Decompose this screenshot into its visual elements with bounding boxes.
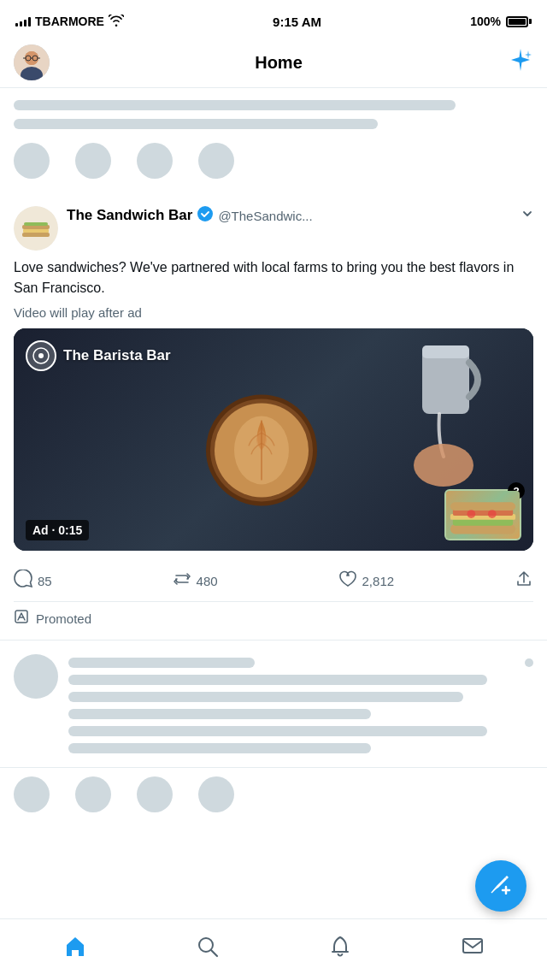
page-title: Home [255, 53, 303, 73]
svg-rect-11 [24, 222, 48, 226]
promoted-label: Promoted [36, 611, 91, 626]
battery-icon [506, 16, 532, 27]
like-icon [338, 570, 357, 593]
notifications-icon [328, 935, 352, 965]
video-bottom-bar: Ad · 0:15 3 [26, 489, 521, 540]
sandwich-thumbnail-art [446, 491, 520, 539]
tweet-name-row: The Sandwich Bar @TheSandwic... [67, 206, 533, 225]
skeleton-circle-3 [137, 143, 173, 179]
skeleton-circles-top [14, 138, 533, 187]
skeleton-bottom-circle-1 [14, 776, 50, 812]
nav-item-notifications[interactable] [315, 929, 366, 971]
svg-point-30 [467, 510, 475, 518]
compose-fab[interactable] [475, 860, 526, 912]
skeleton-circle-2 [75, 143, 111, 179]
home-icon [63, 935, 87, 965]
svg-rect-32 [15, 611, 27, 623]
nav-item-home[interactable] [50, 929, 101, 971]
promoted-icon [14, 609, 29, 628]
compose-fab-icon [490, 872, 512, 900]
skeleton-bottom-circle-2 [75, 776, 111, 812]
tweet-handle: @TheSandwic... [218, 209, 312, 223]
tweet-header: The Sandwich Bar @TheSandwic... [14, 206, 533, 251]
svg-line-33 [491, 888, 497, 893]
status-left: TBARMORE [15, 15, 124, 29]
wifi-icon [109, 15, 124, 29]
signal-strength [15, 16, 31, 27]
svg-point-17 [414, 444, 473, 487]
like-count: 2,812 [362, 574, 395, 588]
nav-item-messages[interactable] [447, 929, 498, 971]
skeleton-dot [525, 658, 533, 667]
user-avatar[interactable] [14, 44, 50, 80]
verified-badge-icon [197, 206, 213, 225]
skeleton-bottom-circle-4 [198, 776, 234, 812]
tweet-card: The Sandwich Bar @TheSandwic... Love san… [0, 194, 547, 641]
skeleton-body-2 [68, 692, 463, 702]
retweet-count: 480 [197, 574, 218, 588]
nav-item-search[interactable] [182, 929, 233, 971]
skeleton-circle-4 [198, 143, 234, 179]
retweet-action[interactable]: 480 [173, 570, 218, 593]
video-ad-label: Ad · 0:15 [26, 520, 89, 540]
svg-rect-13 [22, 233, 50, 237]
video-player[interactable]: The Barista Bar Ad · 0:15 3 [14, 328, 533, 551]
retweet-icon [173, 570, 191, 593]
skeleton-tweet-avatar [14, 654, 58, 699]
share-action[interactable] [515, 570, 533, 593]
video-thumbnail-container[interactable]: 3 [444, 489, 521, 540]
skeleton-line-1 [14, 100, 456, 110]
skeleton-bottom-circle-3 [137, 776, 173, 812]
tweet-body-text: Love sandwiches? We've partnered with lo… [14, 257, 533, 298]
sparkle-icon[interactable] [508, 47, 533, 79]
skeleton-circles-bottom [0, 768, 547, 821]
hand-pouring [397, 337, 482, 491]
skeleton-body-5 [68, 743, 371, 753]
svg-rect-12 [23, 229, 49, 233]
skeleton-tweet [0, 641, 547, 768]
promoted-row: Promoted [14, 601, 533, 640]
svg-rect-39 [463, 939, 482, 953]
reply-icon [14, 570, 32, 593]
video-thumbnail [444, 489, 521, 540]
video-logo: The Barista Bar [26, 340, 171, 371]
reply-count: 85 [38, 574, 52, 588]
tweet-caret-icon[interactable] [521, 208, 533, 223]
reply-action[interactable]: 85 [14, 570, 52, 593]
skeleton-top [0, 88, 547, 194]
skeleton-body-3 [68, 709, 371, 719]
svg-point-24 [38, 353, 44, 358]
status-time: 9:15 AM [273, 15, 321, 29]
video-logo-circle [26, 340, 56, 371]
tweet-account-name[interactable]: The Sandwich Bar [67, 207, 192, 224]
skeleton-body-1 [68, 675, 487, 685]
video-channel-name: The Barista Bar [63, 347, 171, 364]
tweet-meta: The Sandwich Bar @TheSandwic... [67, 206, 533, 225]
svg-rect-16 [422, 345, 469, 358]
status-right: 100% [470, 15, 532, 28]
svg-rect-29 [450, 502, 515, 511]
skeleton-tweet-content [68, 654, 533, 753]
like-action[interactable]: 2,812 [338, 570, 395, 593]
svg-point-31 [488, 510, 497, 518]
battery-percent: 100% [470, 15, 501, 28]
tweet-action-bar: 85 480 2,812 [14, 561, 533, 601]
carrier-name: TBARMORE [35, 15, 104, 28]
bottom-nav [0, 918, 547, 980]
tweet-video-notice: Video will play after ad [14, 305, 533, 320]
svg-line-37 [211, 950, 217, 956]
skeleton-line-2 [14, 119, 378, 129]
skeleton-circle-1 [14, 143, 50, 179]
svg-point-14 [197, 206, 213, 221]
search-icon [196, 935, 220, 965]
status-bar: TBARMORE 9:15 AM 100% [0, 0, 547, 38]
messages-icon [461, 935, 485, 965]
skeleton-name-line [68, 658, 255, 668]
skeleton-body-4 [68, 726, 487, 736]
nav-header: Home [0, 38, 547, 88]
tweet-account-avatar[interactable] [14, 206, 58, 251]
share-icon [515, 570, 533, 593]
